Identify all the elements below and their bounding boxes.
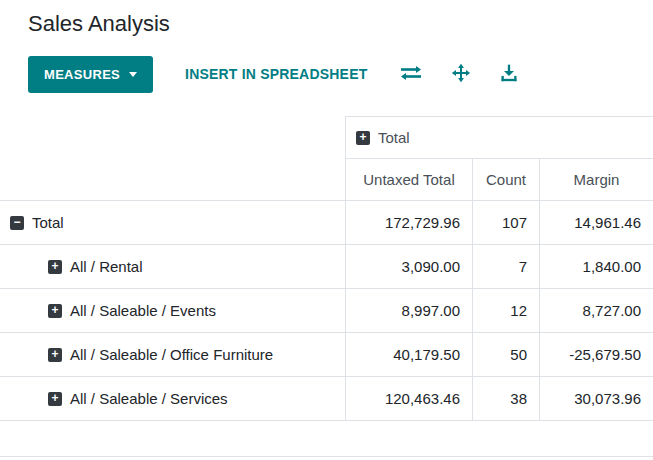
pivot-value-cell: 107 (472, 201, 539, 245)
page-title: Sales Analysis (28, 10, 653, 38)
plus-square-icon (356, 131, 370, 145)
pivot-value-cell: 1,840.00 (539, 245, 653, 289)
row-label: All / Saleable / Events (70, 302, 216, 319)
flip-axis-button[interactable] (399, 64, 423, 85)
flip-axis-icon (399, 64, 423, 85)
pivot-value-cell: 7 (472, 245, 539, 289)
pivot-value-cell: 50 (472, 333, 539, 377)
corner-cell (0, 116, 345, 159)
pivot-value-cell: 172,729.96 (345, 201, 472, 245)
measure-header-count[interactable]: Count (472, 159, 539, 201)
insert-in-spreadsheet-button[interactable]: INSERT IN SPREADSHEET (179, 66, 373, 82)
row-label: All / Saleable / Office Furniture (70, 346, 273, 363)
download-icon (499, 63, 519, 86)
download-button[interactable] (499, 63, 519, 86)
corner-cell (0, 159, 345, 201)
measures-button[interactable]: MEASURES (28, 56, 153, 93)
plus-square-icon (48, 304, 62, 318)
pivot-value-cell: 14,961.46 (539, 201, 653, 245)
table-bottom-divider (0, 421, 653, 457)
measures-button-label: MEASURES (44, 67, 120, 82)
measure-header-untaxed-total[interactable]: Untaxed Total (345, 159, 472, 201)
toolbar: MEASURES INSERT IN SPREADSHEET (28, 54, 653, 94)
row-header-all-saleable-services[interactable]: All / Saleable / Services (0, 377, 345, 421)
pivot-value-cell: -25,679.50 (539, 333, 653, 377)
row-header-total[interactable]: Total (0, 201, 345, 245)
row-label: All / Rental (70, 258, 143, 275)
pivot-value-cell: 12 (472, 289, 539, 333)
pivot-table: Total Untaxed Total Count Margin Total 1… (0, 116, 653, 421)
pivot-value-cell: 38 (472, 377, 539, 421)
plus-square-icon (48, 260, 62, 274)
pivot-value-cell: 40,179.50 (345, 333, 472, 377)
row-header-all-rental[interactable]: All / Rental (0, 245, 345, 289)
pivot-value-cell: 3,090.00 (345, 245, 472, 289)
row-header-all-saleable-office-furniture[interactable]: All / Saleable / Office Furniture (0, 333, 345, 377)
row-label: Total (32, 214, 64, 231)
plus-square-icon (48, 348, 62, 362)
minus-square-icon (10, 216, 24, 230)
expand-all-icon (451, 63, 471, 86)
caret-down-icon (129, 72, 137, 77)
measure-header-margin[interactable]: Margin (539, 159, 653, 201)
expand-all-button[interactable] (451, 63, 471, 86)
pivot-value-cell: 30,073.96 (539, 377, 653, 421)
pivot-value-cell: 120,463.46 (345, 377, 472, 421)
pivot-value-cell: 8,727.00 (539, 289, 653, 333)
column-group-total[interactable]: Total (345, 116, 653, 159)
pivot-view: Sales Analysis MEASURES INSERT IN SPREAD… (0, 10, 653, 457)
row-header-all-saleable-events[interactable]: All / Saleable / Events (0, 289, 345, 333)
pivot-value-cell: 8,997.00 (345, 289, 472, 333)
plus-square-icon (48, 392, 62, 406)
row-label: All / Saleable / Services (70, 390, 228, 407)
column-group-label: Total (378, 129, 410, 146)
